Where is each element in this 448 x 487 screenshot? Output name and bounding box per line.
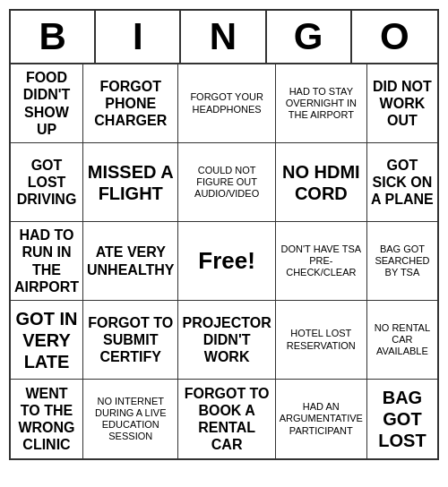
bingo-cell: FORGOT YOUR HEADPHONES: [178, 64, 275, 143]
bingo-cell: HAD TO RUN IN THE AIRPORT: [11, 222, 83, 301]
bingo-cell: FOOD DIDN'T SHOW UP: [11, 64, 83, 143]
header-letter: I: [96, 11, 181, 63]
bingo-cell: COULD NOT FIGURE OUT AUDIO/VIDEO: [178, 143, 275, 222]
bingo-cell: WENT TO THE WRONG CLINIC: [11, 380, 83, 458]
bingo-cell: Free!: [178, 222, 275, 301]
bingo-cell: ATE VERY UNHEALTHY: [83, 222, 178, 301]
bingo-cell: DID NOT WORK OUT: [367, 64, 437, 143]
bingo-cell: BAG GOT LOST: [367, 380, 437, 458]
bingo-cell: PROJECTOR DIDN'T WORK: [178, 301, 275, 380]
bingo-cell: GOT IN VERY LATE: [11, 301, 83, 380]
bingo-cell: FORGOT TO BOOK A RENTAL CAR: [178, 380, 275, 458]
header-letter: B: [11, 11, 96, 63]
bingo-cell: HAD TO STAY OVERNIGHT IN THE AIRPORT: [276, 64, 367, 143]
bingo-cell: MISSED A FLIGHT: [83, 143, 178, 222]
bingo-card: BINGO FOOD DIDN'T SHOW UPFORGOT PHONE CH…: [9, 9, 439, 460]
header-letter: N: [181, 11, 266, 63]
bingo-cell: FORGOT PHONE CHARGER: [83, 64, 178, 143]
bingo-grid: FOOD DIDN'T SHOW UPFORGOT PHONE CHARGERF…: [11, 64, 437, 458]
bingo-header: BINGO: [11, 11, 437, 64]
bingo-cell: DON'T HAVE TSA PRE-CHECK/CLEAR: [276, 222, 367, 301]
bingo-cell: NO INTERNET DURING A LIVE EDUCATION SESS…: [83, 380, 178, 458]
bingo-cell: NO HDMI CORD: [276, 143, 367, 222]
bingo-cell: GOT LOST DRIVING: [11, 143, 83, 222]
header-letter: O: [352, 11, 437, 63]
bingo-cell: FORGOT TO SUBMIT CERTIFY: [83, 301, 178, 380]
bingo-cell: GOT SICK ON A PLANE: [367, 143, 437, 222]
bingo-cell: HOTEL LOST RESERVATION: [276, 301, 367, 380]
bingo-cell: NO RENTAL CAR AVAILABLE: [367, 301, 437, 380]
bingo-cell: HAD AN ARGUMENTATIVE PARTICIPANT: [276, 380, 367, 458]
bingo-cell: BAG GOT SEARCHED BY TSA: [367, 222, 437, 301]
header-letter: G: [267, 11, 352, 63]
